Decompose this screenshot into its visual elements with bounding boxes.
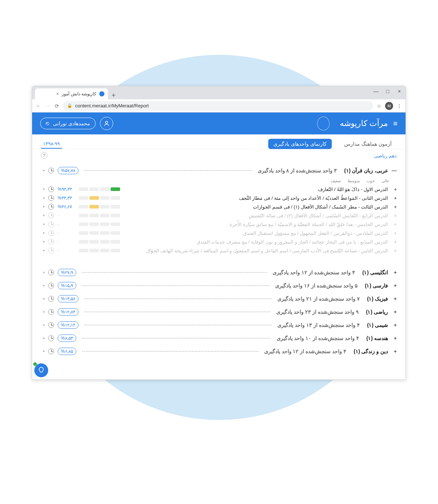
lesson-row[interactable]: +الدرس الثانی - المَواعظُ العددیّة / الأ…: [43, 194, 397, 202]
collapse-icon[interactable]: —: [392, 168, 397, 173]
level-label: خوب: [366, 179, 375, 183]
dots-line: [82, 272, 267, 273]
tab-active[interactable]: کارنمای واحدهای یادگیری: [268, 139, 332, 149]
subject-row[interactable]: +دین و زندگی (۱)۴ واحد سنجش‌شده از ۱۲ وا…: [43, 345, 397, 358]
browser-menu-icon[interactable]: ⋮: [397, 103, 402, 109]
subject-row[interactable]: +انگلیسی (۱)۴ واحد سنجش‌شده از ۱۲ واحد ی…: [43, 266, 397, 279]
subject-row[interactable]: +شیمی (۱)۴ واحد سنجش‌شده از ۱۳ واحد یادگ…: [43, 318, 397, 332]
clock-icon: [48, 230, 54, 236]
subject-row[interactable]: +ریاضی (۱)۹ واحد سنجش‌شده از ۲۳ واحد یاد…: [43, 305, 397, 318]
subject-row[interactable]: +هندسه (۱)۴ واحد سنجش‌شده از ۱۰ واحد یاد…: [43, 332, 397, 345]
lesson-pct: -: [58, 239, 75, 244]
dots-line: [82, 351, 258, 352]
expand-icon[interactable]: +: [392, 187, 397, 192]
bullet-icon: [43, 206, 45, 207]
lock-icon: 🔒: [67, 103, 72, 108]
expand-icon[interactable]: +: [392, 195, 397, 201]
subhead: دهم ریاضی ?: [32, 149, 406, 160]
bullet-icon: [43, 298, 45, 299]
expand-icon[interactable]: +: [392, 348, 397, 354]
bullet-icon: [43, 272, 45, 273]
nav-back-icon[interactable]: ←: [36, 103, 41, 109]
quality-bars: [79, 205, 120, 209]
clock-icon[interactable]: [48, 296, 54, 302]
subject-note: ۵ واحد سنجش‌شده از ۱۶ واحد یادگیری: [275, 283, 357, 289]
dots-line: [82, 338, 271, 339]
star-icon[interactable]: ☆: [377, 103, 381, 109]
bullet-icon: [43, 324, 45, 326]
tab-close-icon[interactable]: ×: [56, 91, 59, 96]
clock-icon[interactable]: [48, 283, 54, 289]
clock-icon[interactable]: [48, 168, 54, 173]
app-header: محمدهادی تورانی ≡ مرآت کارپوشه: [32, 112, 406, 134]
quality-bars: [79, 187, 120, 191]
expand-icon[interactable]: +: [392, 204, 397, 210]
help-icon[interactable]: ?: [41, 152, 47, 159]
level-label: عالی: [381, 179, 389, 183]
tabs-row: آزمون هماهنگ مدارس کارنمای واحدهای یادگی…: [32, 134, 406, 149]
tab-main[interactable]: آزمون هماهنگ مدارس: [339, 139, 397, 149]
subject-note: ۴ واحد سنجش‌شده از ۱۲ واحد یادگیری: [273, 270, 355, 275]
year-selector[interactable]: ۱۳۹۸-۹۹: [41, 140, 62, 149]
clock-icon[interactable]: [48, 195, 54, 201]
quality-bars: [79, 231, 120, 235]
support-fab[interactable]: [34, 363, 48, 377]
expand-icon[interactable]: +: [392, 296, 397, 302]
subject-row[interactable]: +فیزیک (۱)۷ واحد سنجش‌شده از ۲۱ واحد یاد…: [43, 292, 397, 305]
window-minimize-icon[interactable]: —: [373, 88, 379, 94]
clock-icon[interactable]: [48, 270, 54, 275]
pct-pill: %۱۲٫۱۴: [58, 321, 78, 329]
bullet-icon: [43, 232, 45, 234]
clock-icon[interactable]: [48, 322, 54, 328]
hamburger-menu-icon[interactable]: ≡: [393, 119, 397, 128]
lesson-row: +الدرس الثامن - صناعة التّلمیح فی الأدب …: [43, 246, 397, 255]
lesson-pct: -: [58, 222, 75, 227]
window-maximize-icon[interactable]: □: [384, 88, 391, 94]
clock-icon[interactable]: [48, 309, 54, 315]
clock-icon[interactable]: [48, 348, 54, 354]
profile-avatar[interactable]: M: [385, 102, 393, 110]
lesson-row[interactable]: +الدرس الاول - ذاکَ هوَ اللهُ / التّعارف…: [43, 185, 397, 194]
url-field[interactable]: 🔒 content.meraat.ir/MyMeraat/Report: [63, 101, 373, 111]
lesson-title: الدرس الاول - ذاکَ هوَ اللهُ / التّعارف: [318, 187, 388, 192]
user-avatar-icon[interactable]: [100, 117, 113, 130]
browser-tab[interactable]: کارپوشه دانش آموز ×: [35, 88, 108, 99]
quality-bars: [79, 240, 120, 244]
dots-line: [84, 170, 252, 171]
address-bar: ← → ⟳ 🔒 content.meraat.ir/MyMeraat/Repor…: [32, 99, 406, 112]
brand-title: مرآت کارپوشه: [340, 119, 388, 128]
grade-label[interactable]: دهم ریاضی: [374, 153, 397, 159]
expand-icon[interactable]: +: [392, 322, 397, 328]
clock-icon[interactable]: [48, 204, 54, 210]
quality-bars: [79, 249, 120, 252]
pct-pill: %۵۷٫۷۸: [58, 167, 78, 174]
subject-row-arabic[interactable]: — عربی، زبان قرآن (۱) ۳ واحد سنجش‌شده از…: [43, 164, 397, 177]
new-tab-button[interactable]: +: [108, 92, 119, 99]
subject-title: شیمی (۱): [367, 322, 388, 328]
bullet-icon: [43, 170, 45, 171]
expand-icon[interactable]: +: [392, 335, 397, 341]
subject-title: دین و زندگی (۱): [354, 348, 388, 354]
expand-icon[interactable]: +: [392, 309, 397, 315]
nav-reload-icon[interactable]: ⟳: [55, 103, 59, 109]
subject-row[interactable]: +فارسی (۱)۵ واحد سنجش‌شده از ۱۶ واحد یاد…: [43, 279, 397, 292]
clock-icon[interactable]: [48, 335, 54, 341]
expand-icon[interactable]: +: [392, 270, 397, 275]
lesson-title: الدرس السّادس - ذوالقرنین / الفعل المجهو…: [243, 230, 388, 236]
nav-forward-icon[interactable]: →: [45, 103, 50, 109]
subject-note: ۴ واحد سنجش‌شده از ۱۳ واحد یادگیری: [277, 322, 360, 328]
lesson-row[interactable]: +الدرس الثالث - مطر السّمک / أشکال الأفع…: [43, 202, 397, 211]
lesson-row: +الدرس الرابع - التّعایش السّلمی / أشکال…: [43, 211, 397, 220]
dots-line: [82, 285, 270, 286]
clock-icon[interactable]: [48, 186, 54, 192]
bullet-icon: [43, 241, 45, 243]
user-pill[interactable]: محمدهادی تورانی: [40, 118, 96, 129]
balloon-logo-icon: [317, 117, 330, 130]
lesson-title: الدرس الخامس - هذا خَلقُ اللهِ / الجملة …: [230, 222, 388, 227]
bullet-icon: [43, 197, 45, 199]
clock-icon: [48, 248, 54, 253]
svg-point-0: [105, 121, 108, 123]
subject-note: ۳ واحد سنجش‌شده از ۸ واحد یادگیری: [258, 168, 337, 173]
expand-icon[interactable]: +: [392, 283, 397, 289]
window-close-icon[interactable]: ×: [396, 88, 403, 94]
